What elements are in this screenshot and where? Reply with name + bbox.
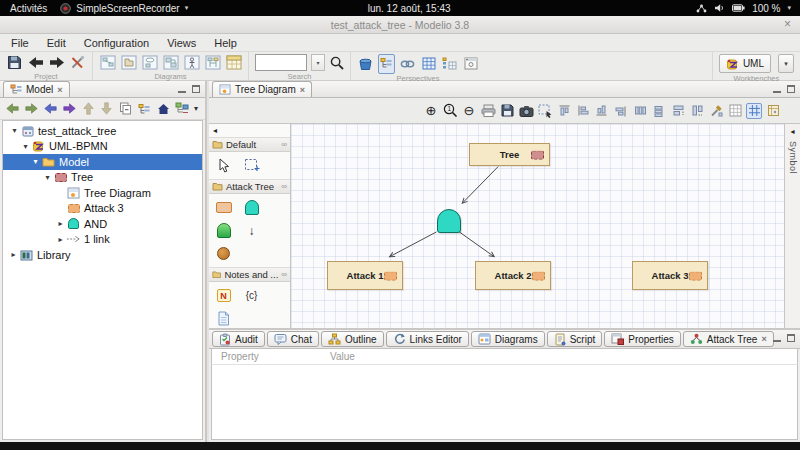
attack-node-tool[interactable]: [215, 199, 232, 216]
screenshot-button[interactable]: [518, 103, 534, 119]
tab-symbol[interactable]: Symbol: [788, 141, 798, 174]
history-forward-button[interactable]: [62, 100, 77, 117]
palette-section-attack-tree[interactable]: Attack Tree ∞: [209, 179, 290, 194]
workbench-selector[interactable]: UML: [719, 54, 771, 73]
tree-item-uml-bpmn[interactable]: ▾ UML-BPMN: [3, 139, 202, 155]
palette-collapse-button[interactable]: ◂: [209, 124, 290, 137]
expander-open-icon[interactable]: ▾: [42, 173, 53, 182]
marquee-tool[interactable]: [243, 157, 260, 174]
column-value[interactable]: Value: [330, 351, 355, 362]
tab-audit[interactable]: Audit: [212, 331, 265, 347]
show-grid-button[interactable]: [727, 103, 743, 119]
cursor-tool[interactable]: [215, 157, 232, 174]
select-zone-button[interactable]: [537, 103, 553, 119]
print-button[interactable]: [480, 103, 496, 119]
window-close-button[interactable]: ×: [784, 17, 791, 31]
minimize-panel-button[interactable]: [178, 86, 186, 93]
menu-edit[interactable]: Edit: [38, 36, 75, 50]
expander-open-icon[interactable]: ▾: [30, 157, 41, 166]
activities-button[interactable]: Activités: [10, 3, 47, 14]
close-icon[interactable]: ×: [300, 85, 305, 95]
expander-closed-icon[interactable]: ▸: [55, 219, 66, 228]
expander-open-icon[interactable]: ▾: [20, 142, 31, 151]
tab-model[interactable]: Model ×: [3, 81, 70, 97]
tree-table-perspective-button[interactable]: [441, 55, 458, 72]
pin-icon[interactable]: ∞: [281, 270, 287, 279]
search-input[interactable]: [255, 54, 307, 71]
align-top-button[interactable]: [556, 103, 572, 119]
tab-chat[interactable]: Chat: [267, 331, 319, 347]
align-right-button[interactable]: [613, 103, 629, 119]
and-gate-tool[interactable]: [243, 199, 260, 216]
close-icon[interactable]: ×: [761, 334, 766, 344]
zoom-original-button[interactable]: 1: [442, 103, 458, 119]
menu-configuration[interactable]: Configuration: [75, 36, 158, 50]
class-diagram-button[interactable]: [99, 54, 116, 71]
collapse-all-button[interactable]: [118, 100, 133, 117]
tree-item-1-link[interactable]: ▸ 1 link: [3, 232, 202, 248]
clock[interactable]: lun. 12 août, 15:43: [368, 3, 451, 14]
tab-diagrams[interactable]: Diagrams: [471, 331, 545, 347]
search-dropdown-button[interactable]: ▾: [311, 54, 325, 71]
tab-attack-tree[interactable]: Attack Tree ×: [683, 331, 774, 347]
expander-open-icon[interactable]: ▾: [9, 126, 20, 135]
page-mode-button[interactable]: [765, 103, 781, 119]
or-node-tool[interactable]: [215, 245, 232, 262]
workbench-dropdown-button[interactable]: ▾: [778, 54, 794, 73]
close-icon[interactable]: ×: [57, 85, 62, 95]
column-property[interactable]: Property: [212, 351, 330, 362]
node-attack-2[interactable]: Attack 2: [475, 261, 551, 290]
minimize-panel-button[interactable]: [773, 335, 781, 342]
tab-script[interactable]: Script: [547, 331, 603, 347]
window-titlebar[interactable]: test_attack_tree - Modelio 3.8 ×: [0, 16, 800, 34]
node-attack-3[interactable]: Attack 3: [632, 261, 708, 290]
tree-item-project[interactable]: ▾ test_attack_tree: [3, 123, 202, 139]
zoom-in-button[interactable]: ⊕: [423, 103, 439, 119]
expander-closed-icon[interactable]: ▸: [55, 235, 66, 244]
search-icon[interactable]: [329, 54, 344, 71]
same-width-button[interactable]: [670, 103, 686, 119]
menu-help[interactable]: Help: [205, 36, 246, 50]
tree-item-library[interactable]: ▸ Library: [3, 247, 202, 263]
tools-icon[interactable]: [69, 54, 86, 71]
grid-perspective-button[interactable]: [420, 55, 437, 72]
sequence-diagram-button[interactable]: [204, 54, 221, 71]
composite-diagram-button[interactable]: [162, 54, 179, 71]
align-left-button[interactable]: [575, 103, 591, 119]
links-perspective-button[interactable]: [399, 55, 416, 72]
redo-button[interactable]: [48, 54, 65, 71]
maximize-panel-button[interactable]: [787, 334, 795, 342]
tab-outline[interactable]: Outline: [321, 331, 384, 347]
tree-item-attack-3[interactable]: Attack 3: [3, 201, 202, 217]
node-and-gate[interactable]: [437, 209, 461, 233]
distribute-horizontal-button[interactable]: [632, 103, 648, 119]
pin-icon[interactable]: ∞: [281, 140, 287, 149]
actor-diagram-button[interactable]: [183, 54, 200, 71]
save-button[interactable]: [6, 54, 23, 71]
edge-tree-to-and[interactable]: [462, 167, 498, 204]
edge-and-to-attack2[interactable]: [459, 232, 494, 257]
matrix-diagram-button[interactable]: [225, 54, 242, 71]
system-tray[interactable]: 100 % ▾: [696, 3, 800, 14]
move-down-button[interactable]: [99, 100, 114, 117]
tree-options-button[interactable]: [175, 100, 190, 117]
node-attack-1[interactable]: Attack 1: [327, 261, 403, 290]
expander-closed-icon[interactable]: ▸: [8, 250, 19, 259]
navigate-back-button[interactable]: [5, 100, 20, 117]
navigate-forward-button[interactable]: [24, 100, 39, 117]
document-tool[interactable]: [215, 310, 232, 327]
snap-to-grid-button[interactable]: [746, 103, 762, 119]
menu-file[interactable]: File: [2, 36, 38, 50]
view-menu-button[interactable]: ▾: [194, 104, 200, 113]
attack-link-tool[interactable]: ↓: [243, 222, 260, 239]
window-settings-button[interactable]: [462, 55, 479, 72]
history-back-button[interactable]: [43, 100, 58, 117]
expand-left-icon[interactable]: ◂: [790, 127, 794, 136]
model-explorer-perspective-button[interactable]: [378, 54, 395, 74]
save-image-button[interactable]: [499, 103, 515, 119]
palette-section-notes[interactable]: Notes and ... ∞: [209, 267, 290, 282]
note-tool[interactable]: N: [215, 287, 232, 304]
pin-icon[interactable]: ∞: [281, 182, 287, 191]
tab-links-editor[interactable]: Links Editor: [386, 331, 469, 347]
diagram-canvas[interactable]: Tree Attack 1 Attack 2 Attack 3: [291, 124, 784, 328]
